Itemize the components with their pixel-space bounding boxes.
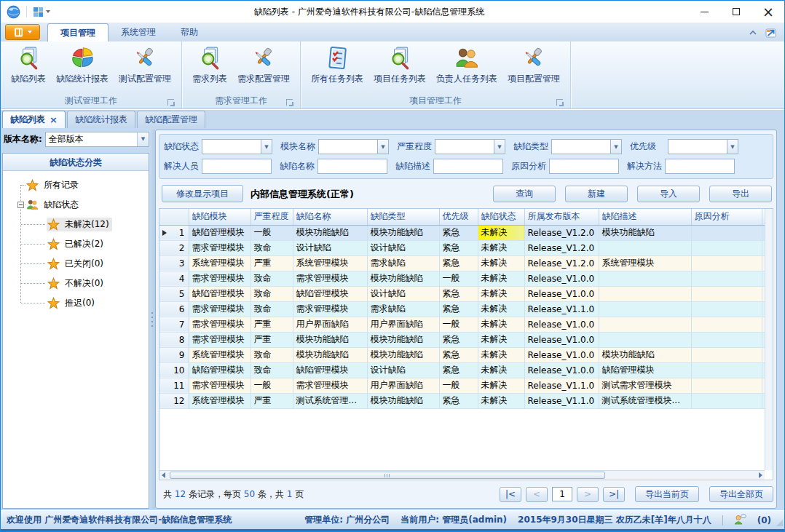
chevron-down-icon[interactable]: ▼ xyxy=(610,139,622,154)
row-selector[interactable]: 10 xyxy=(159,362,189,378)
tree-item[interactable]: 推迟(0) xyxy=(3,293,149,313)
maximize-button[interactable] xyxy=(720,1,752,23)
chevron-down-icon[interactable]: ▼ xyxy=(377,139,389,154)
column-header[interactable]: 缺陷名称 xyxy=(293,209,367,225)
filter-input[interactable] xyxy=(202,139,261,154)
column-header[interactable]: 缺陷模块 xyxy=(189,209,251,225)
search-button[interactable]: 查询 xyxy=(493,186,556,202)
dialog-launcher-icon[interactable] xyxy=(556,99,563,106)
row-selector[interactable]: 4 xyxy=(159,271,189,286)
scroll-left-icon[interactable] xyxy=(162,472,165,478)
filter-input[interactable] xyxy=(549,159,619,174)
column-header[interactable]: 原因分析 xyxy=(691,209,762,225)
ribbon-window-switch-icon[interactable] xyxy=(765,27,777,39)
column-header[interactable]: 缺陷描述 xyxy=(599,209,691,225)
row-selector[interactable]: 8 xyxy=(159,332,189,347)
create-button[interactable]: 新建 xyxy=(565,186,628,202)
filter-input[interactable] xyxy=(318,139,377,154)
row-selector[interactable]: 6 xyxy=(159,301,189,317)
table-row[interactable]: 12系统管理模块严重测试系统管理...模块功能缺陷紧急未解决Release_V1… xyxy=(159,393,773,408)
filter-input[interactable] xyxy=(551,139,610,154)
last-page-button[interactable]: >| xyxy=(603,487,625,502)
row-selector[interactable]: 12 xyxy=(159,393,189,408)
filter-input[interactable] xyxy=(202,159,272,174)
collapse-ribbon-icon[interactable] xyxy=(749,30,757,36)
doc-tab-defect-list[interactable]: 缺陷列表 × xyxy=(2,111,66,128)
filter-input[interactable] xyxy=(433,159,503,174)
export-all-pages-button[interactable]: 导出全部页 xyxy=(709,486,773,502)
ribbon-button[interactable]: 所有任务列表 xyxy=(307,43,368,86)
scrollbar-thumb[interactable] xyxy=(170,472,605,479)
row-selector[interactable]: 5 xyxy=(159,286,189,301)
row-selector[interactable]: 3 xyxy=(159,255,189,271)
filter-input[interactable] xyxy=(665,159,735,174)
tree-item[interactable]: 已关闭(0) xyxy=(3,254,149,274)
tree-item[interactable]: 未解决(12) xyxy=(3,215,149,234)
resize-grip[interactable] xyxy=(776,520,783,526)
modify-display-button[interactable]: 修改显示项目 xyxy=(162,185,243,202)
import-button[interactable]: 导入 xyxy=(637,186,700,202)
app-menu-button[interactable] xyxy=(5,24,40,40)
prev-page-button[interactable]: < xyxy=(526,487,548,502)
column-header[interactable]: 缺陷状态 xyxy=(478,209,524,225)
tree-item[interactable]: 不解决(0) xyxy=(3,274,149,293)
ribbon-button[interactable]: 负责人任务列表 xyxy=(432,43,502,86)
row-selector[interactable]: 9 xyxy=(159,347,189,362)
dialog-launcher-icon[interactable] xyxy=(167,99,174,106)
doc-tab-defect-report[interactable]: 缺陷统计报表 xyxy=(67,111,135,128)
export-current-page-button[interactable]: 导出当前页 xyxy=(635,486,699,502)
page-input[interactable] xyxy=(552,487,572,501)
scroll-right-icon[interactable] xyxy=(759,472,762,478)
horizontal-scrollbar[interactable] xyxy=(159,470,765,480)
row-selector[interactable]: 7 xyxy=(159,317,189,332)
row-selector[interactable]: 2 xyxy=(159,240,189,255)
chevron-down-icon[interactable]: ▼ xyxy=(727,139,738,154)
table-row[interactable]: 6需求管理模块致命需求管理模块需求缺陷紧急未解决Release_V1.1.0 xyxy=(159,301,773,317)
next-page-button[interactable]: > xyxy=(577,487,599,502)
minimize-button[interactable] xyxy=(688,1,720,23)
row-selector[interactable]: 11 xyxy=(159,378,189,393)
table-row[interactable]: 11需求管理模块一般需求管理模块用户界面缺陷一般未解决Release_V1.1.… xyxy=(159,378,773,393)
table-row[interactable]: 5缺陷管理模块致命缺陷管理模块设计缺陷紧急未解决Release_V1.0.0 xyxy=(159,286,773,301)
tree-item[interactable]: 已解决(2) xyxy=(3,234,149,254)
table-row[interactable]: 10缺陷管理模块致命缺陷管理模块设计缺陷紧急未解决Release_V1.0.0缺… xyxy=(159,362,773,378)
table-row[interactable]: 2需求管理模块致命设计缺陷设计缺陷紧急未解决Release_V1.2.0 xyxy=(159,240,773,255)
splitter-handle[interactable] xyxy=(149,130,155,509)
table-row[interactable]: 4需求管理模块致命需求管理模块模块功能缺陷一般未解决Release_V1.0.0 xyxy=(159,271,773,286)
column-header[interactable]: 所属发布版本 xyxy=(524,209,599,225)
chevron-down-icon[interactable]: ▼ xyxy=(261,139,272,154)
collapse-icon[interactable] xyxy=(17,202,24,208)
quick-access-toolbar-icon[interactable] xyxy=(33,7,50,17)
ribbon-tab-system-management[interactable]: 系统管理 xyxy=(109,23,168,41)
row-selector[interactable]: 1 xyxy=(159,225,189,240)
column-header[interactable]: 缺陷类型 xyxy=(367,209,439,225)
ribbon-button[interactable]: 测试配置管理 xyxy=(114,43,175,86)
table-row[interactable]: 7需求管理模块严重用户界面缺陷用户界面缺陷一般未解决Release_V1.0.0 xyxy=(159,317,773,332)
dialog-launcher-icon[interactable] xyxy=(286,99,293,106)
ribbon-button[interactable]: 项目配置管理 xyxy=(503,43,564,86)
table-row[interactable]: 8需求管理模块严重模块功能缺陷模块功能缺陷紧急未解决Release_V1.0.0 xyxy=(159,332,773,347)
ribbon-tab-project-management[interactable]: 项目管理 xyxy=(47,23,109,41)
ribbon-tab-help[interactable]: 帮助 xyxy=(168,23,210,41)
tree-item[interactable]: 缺陷状态 xyxy=(3,195,149,215)
tree-item[interactable]: 所有记录 xyxy=(3,175,149,195)
table-row[interactable]: 1缺陷管理模块一般模块功能缺陷模块功能缺陷紧急未解决Release_V1.2.0… xyxy=(159,225,773,240)
chevron-down-icon[interactable]: ▼ xyxy=(137,132,149,146)
column-header[interactable]: 优先级 xyxy=(439,209,478,225)
vertical-scrollbar[interactable] xyxy=(765,209,773,470)
filter-input[interactable] xyxy=(668,139,727,154)
chevron-down-icon[interactable]: ▼ xyxy=(494,139,505,154)
ribbon-button[interactable]: 缺陷统计报表 xyxy=(52,43,113,86)
filter-input[interactable] xyxy=(435,139,494,154)
table-row[interactable]: 3系统管理模块严重系统管理模块需求缺陷紧急未解决Release_V1.2.0系统… xyxy=(159,255,773,271)
column-header[interactable]: 严重程度 xyxy=(251,209,293,225)
close-tab-icon[interactable]: × xyxy=(50,115,58,124)
ribbon-button[interactable]: 需求列表 xyxy=(188,43,232,86)
table-row[interactable]: 9系统管理模块致命模块功能缺陷模块功能缺陷紧急未解决Release_V1.0.0… xyxy=(159,347,773,362)
export-button[interactable]: 导出 xyxy=(709,186,772,202)
first-page-button[interactable]: |< xyxy=(500,487,521,502)
version-select[interactable]: 全部版本 ▼ xyxy=(45,132,149,147)
messages-icon[interactable] xyxy=(734,514,746,527)
close-button[interactable]: × xyxy=(752,1,784,23)
ribbon-button[interactable]: 缺陷列表 xyxy=(7,43,50,86)
